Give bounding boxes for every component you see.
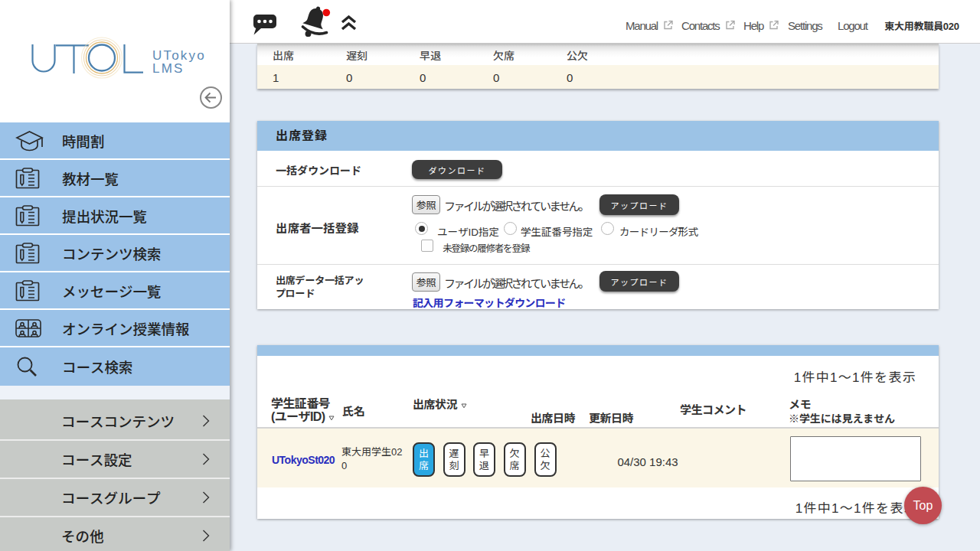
- svg-text:LMS: LMS: [152, 61, 185, 76]
